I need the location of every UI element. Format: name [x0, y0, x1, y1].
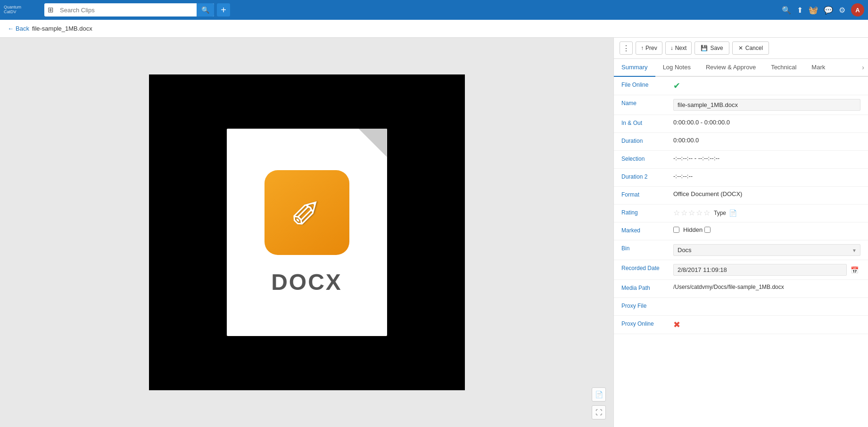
docx-icon-wrap: ✏ — [265, 170, 349, 255]
duration2-label: Duration 2 — [621, 172, 673, 180]
field-row-duration: Duration 0:00:00.0 — [614, 133, 868, 151]
bin-select-wrap: Docs Media Assets ▼ — [673, 244, 860, 256]
field-row-rating: Rating ☆☆☆☆☆ Type 📄 — [614, 205, 868, 222]
type-label: Type — [714, 210, 726, 216]
panel-toolbar: ⋮ ↑ Prev ↓ Next 💾 Save ✕ Cancel — [614, 38, 868, 59]
app-subtitle: CatDV — [4, 10, 41, 15]
preview-notes-btn[interactable]: 📄 — [592, 387, 606, 402]
upload-icon-btn[interactable]: ⬆ — [797, 6, 803, 15]
topbar-right: 🔍 ⬆ 🧺 💬 ⚙ A — [782, 3, 864, 16]
field-row-in-out: In & Out 0:00:00.0 - 0:00:00.0 — [614, 115, 868, 133]
recorded-date-input[interactable] — [673, 264, 847, 276]
right-panel: ⋮ ↑ Prev ↓ Next 💾 Save ✕ Cancel Summary … — [613, 38, 868, 427]
topbar: Quantum CatDV ⊞ 🔍 + 🔍 ⬆ 🧺 💬 ⚙ A — [0, 0, 868, 20]
rating-label: Rating — [621, 208, 673, 216]
selection-value: -:--:--:-- - --:--:--:-- — [673, 155, 860, 162]
tab-summary[interactable]: Summary — [614, 59, 655, 77]
breadcrumb-bar: ← Back file-sample_1MB.docx — [0, 20, 868, 38]
field-row-name: Name — [614, 95, 868, 115]
file-online-value: ✔ — [673, 81, 860, 91]
avatar[interactable]: A — [851, 3, 864, 16]
recorded-date-wrap: 📅 — [673, 264, 860, 276]
preview-image-container: ✏ DOCX — [149, 74, 465, 390]
search-filter-icon[interactable]: ⊞ — [44, 6, 57, 14]
field-row-proxy-online: Proxy Online ✖ — [614, 316, 868, 334]
proxy-file-label: Proxy File — [621, 302, 673, 309]
app-logo: Quantum CatDV — [4, 5, 41, 15]
marked-checkbox-item — [673, 227, 679, 233]
field-row-format: Format Office Document (DOCX) — [614, 187, 868, 205]
breadcrumb-filename: file-sample_1MB.docx — [32, 25, 92, 32]
type-icon: 📄 — [729, 209, 737, 217]
docx-preview: ✏ DOCX — [227, 129, 387, 336]
name-value — [673, 99, 860, 111]
pen-icon: ✏ — [280, 186, 333, 239]
calendar-button[interactable]: 📅 — [849, 266, 860, 274]
basket-icon-btn[interactable]: 🧺 — [809, 6, 818, 15]
tab-technical[interactable]: Technical — [763, 59, 804, 77]
tab-review-approve[interactable]: Review & Approve — [698, 59, 763, 77]
field-row-recorded-date: Recorded Date 📅 — [614, 260, 868, 280]
field-row-marked: Marked Hidden — [614, 222, 868, 240]
proxy-online-status-icon: ✖ — [673, 320, 680, 330]
proxy-online-label: Proxy Online — [621, 320, 673, 327]
bin-value: Docs Media Assets ▼ — [673, 244, 860, 256]
prev-arrow-icon: ↑ — [641, 45, 644, 51]
save-button[interactable]: 💾 Save — [694, 41, 729, 55]
tab-log-notes[interactable]: Log Notes — [655, 59, 698, 77]
in-out-label: In & Out — [621, 119, 673, 126]
next-arrow-icon: ↓ — [670, 45, 673, 51]
hidden-label: Hidden — [683, 226, 703, 233]
save-label: Save — [710, 45, 723, 51]
preview-tools: 📄 ⛶ — [592, 387, 606, 419]
marked-label: Marked — [621, 226, 673, 234]
cancel-button[interactable]: ✕ Cancel — [732, 41, 769, 55]
tab-mark[interactable]: Mark — [804, 59, 833, 77]
media-path-value: /Users/catdvmy/Docs/file-sample_1MB.docx — [673, 284, 860, 290]
proxy-online-value: ✖ — [673, 320, 860, 330]
back-arrow-icon: ← — [8, 25, 14, 32]
back-button[interactable]: ← Back — [8, 25, 29, 32]
field-row-bin: Bin Docs Media Assets ▼ — [614, 240, 868, 260]
recorded-date-label: Recorded Date — [621, 264, 673, 271]
search-input[interactable] — [57, 3, 197, 16]
marked-checkbox[interactable] — [673, 227, 679, 233]
back-label: Back — [16, 25, 29, 32]
media-path-label: Media Path — [621, 284, 673, 291]
settings-icon-btn[interactable]: ⚙ — [839, 6, 845, 15]
search-settings-icon-btn[interactable]: 🔍 — [782, 6, 791, 15]
main-content: ✏ DOCX 📄 ⛶ ⋮ ↑ Prev ↓ Next 💾 Save — [0, 38, 868, 427]
file-online-status-icon: ✔ — [673, 81, 680, 91]
bin-select[interactable]: Docs Media Assets — [673, 244, 860, 256]
cancel-label: Cancel — [745, 45, 763, 51]
chat-icon-btn[interactable]: 💬 — [824, 6, 833, 15]
panel-menu-button[interactable]: ⋮ — [620, 41, 633, 55]
rating-value: ☆☆☆☆☆ Type 📄 — [673, 208, 860, 217]
star-rating[interactable]: ☆☆☆☆☆ — [673, 208, 711, 217]
field-row-duration2: Duration 2 -:--:--:-- — [614, 169, 868, 187]
name-label: Name — [621, 99, 673, 107]
tabs-more-icon[interactable]: › — [858, 59, 868, 76]
next-button[interactable]: ↓ Next — [665, 41, 692, 55]
add-button[interactable]: + — [217, 3, 230, 16]
preview-fullscreen-btn[interactable]: ⛶ — [592, 405, 606, 419]
docx-corner — [359, 129, 387, 157]
duration2-value: -:--:--:-- — [673, 172, 860, 180]
hidden-checkbox[interactable] — [704, 227, 711, 233]
field-row-file-online: File Online ✔ — [614, 77, 868, 95]
search-submit-button[interactable]: 🔍 — [197, 3, 214, 16]
search-bar: ⊞ 🔍 — [44, 3, 214, 16]
name-input[interactable] — [673, 99, 860, 111]
cancel-icon: ✕ — [738, 45, 743, 51]
prev-button[interactable]: ↑ Prev — [636, 41, 662, 55]
bin-label: Bin — [621, 244, 673, 252]
recorded-date-value: 📅 — [673, 264, 860, 276]
field-row-selection: Selection -:--:--:-- - --:--:--:-- — [614, 151, 868, 169]
prev-label: Prev — [645, 45, 657, 51]
marked-checkbox-wrap: Hidden — [673, 226, 711, 233]
in-out-value: 0:00:00.0 - 0:00:00.0 — [673, 119, 860, 126]
field-row-media-path: Media Path /Users/catdvmy/Docs/file-samp… — [614, 280, 868, 298]
docx-label: DOCX — [271, 269, 342, 295]
marked-value: Hidden — [673, 226, 860, 233]
hidden-checkbox-item: Hidden — [683, 226, 711, 233]
